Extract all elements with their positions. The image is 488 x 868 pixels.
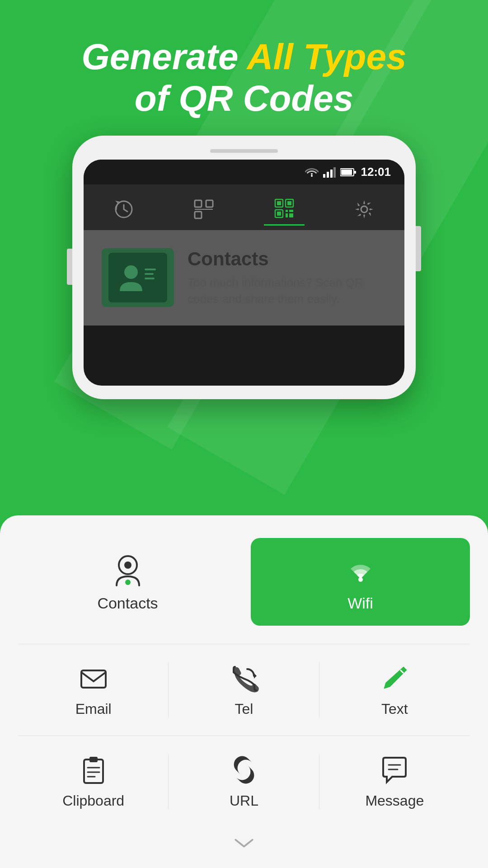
wifi-status-icon	[305, 167, 319, 178]
svg-rect-26	[145, 269, 156, 270]
clipboard-label: Clipboard	[62, 793, 124, 809]
svg-marker-34	[254, 673, 257, 679]
phone-bar	[210, 149, 278, 153]
svg-rect-15	[277, 201, 281, 205]
top-row: Contacts Wifi	[18, 538, 470, 626]
svg-rect-12	[206, 200, 213, 207]
grid-row-1: Email Tel Text	[18, 644, 470, 736]
contacts-card-icon	[115, 259, 160, 296]
history-icon	[113, 198, 135, 221]
svg-rect-28	[145, 278, 155, 279]
status-time: 12:01	[361, 165, 391, 179]
contacts-title: Contacts	[188, 248, 386, 270]
svg-rect-33	[81, 670, 106, 688]
svg-rect-10	[195, 200, 202, 207]
email-button[interactable]: Email	[18, 644, 169, 736]
nav-tab-generate[interactable]	[264, 193, 305, 226]
nav-tab-scan[interactable]	[183, 193, 224, 225]
text-button[interactable]: Text	[319, 644, 470, 736]
tel-icon	[228, 662, 260, 694]
svg-rect-23	[289, 213, 293, 217]
headline-prefix: Generate	[82, 37, 247, 77]
message-icon	[379, 754, 410, 786]
chevron-down-icon	[230, 836, 258, 850]
svg-point-30	[124, 561, 131, 569]
url-label: URL	[230, 793, 258, 809]
status-bar: 12:01	[84, 160, 404, 184]
scan-icon	[192, 198, 215, 221]
svg-point-0	[311, 175, 313, 177]
svg-rect-7	[354, 171, 356, 174]
header-text: Generate All Types of QR Codes	[0, 36, 488, 119]
text-label: Text	[381, 701, 408, 717]
signal-icon	[323, 167, 336, 178]
nav-tabs	[84, 184, 404, 230]
svg-rect-21	[286, 213, 288, 217]
svg-rect-35	[84, 760, 103, 783]
qr-icon	[273, 197, 296, 220]
phone-screen: 12:01	[84, 160, 404, 386]
text-icon	[379, 662, 410, 694]
tel-label: Tel	[235, 701, 253, 717]
headline: Generate All Types of QR Codes	[0, 36, 488, 119]
tel-button[interactable]: Tel	[169, 644, 319, 736]
grid-row-2: Clipboard URL Message	[18, 736, 470, 827]
svg-rect-3	[330, 170, 333, 178]
svg-rect-11	[195, 212, 202, 218]
svg-point-25	[124, 265, 138, 279]
url-button[interactable]: URL	[169, 736, 319, 827]
svg-point-31	[125, 580, 131, 585]
screen-content: Contacts Too much informations? Scan QR …	[84, 230, 404, 326]
settings-icon	[353, 198, 375, 221]
nav-tab-history[interactable]	[103, 193, 144, 225]
svg-rect-20	[286, 210, 288, 212]
email-icon	[78, 662, 109, 694]
svg-rect-22	[289, 210, 293, 212]
contacts-icon	[110, 552, 146, 588]
phone-mockup: 12:01	[72, 136, 416, 399]
svg-rect-17	[287, 201, 291, 205]
url-icon	[228, 754, 260, 786]
clipboard-icon	[78, 754, 109, 786]
status-icons: 12:01	[305, 165, 391, 179]
nav-tab-settings[interactable]	[344, 193, 385, 225]
wifi-icon	[343, 552, 379, 588]
svg-rect-4	[333, 167, 336, 178]
contacts-label: Contacts	[97, 594, 158, 612]
contacts-button[interactable]: Contacts	[18, 538, 237, 626]
headline-highlight: All Types	[247, 37, 407, 77]
power-button	[416, 226, 421, 271]
bottom-panel: Contacts Wifi Email	[0, 515, 488, 868]
svg-rect-27	[145, 273, 154, 275]
svg-rect-6	[341, 170, 352, 175]
contacts-icon-bg	[102, 248, 174, 307]
wifi-button[interactable]: Wifi	[251, 538, 470, 626]
svg-point-24	[361, 206, 367, 212]
chevron-down[interactable]	[18, 836, 470, 850]
svg-rect-36	[89, 757, 98, 762]
middle-rows: Email Tel Text	[18, 644, 470, 827]
wifi-label: Wifi	[347, 594, 373, 612]
svg-point-32	[358, 577, 363, 582]
contacts-icon-inner	[108, 253, 167, 302]
svg-rect-1	[323, 174, 325, 178]
phone-outer: 12:01	[72, 136, 416, 399]
email-label: Email	[75, 701, 112, 717]
battery-icon	[340, 167, 357, 178]
volume-button	[67, 249, 72, 285]
message-button[interactable]: Message	[319, 736, 470, 827]
contacts-description: Too much informations? Scan QR codes and…	[188, 274, 386, 307]
contacts-text: Contacts Too much informations? Scan QR …	[188, 248, 386, 307]
svg-rect-2	[327, 172, 329, 178]
message-label: Message	[365, 793, 424, 809]
clipboard-button[interactable]: Clipboard	[18, 736, 169, 827]
svg-rect-19	[277, 212, 281, 216]
phone-top	[84, 149, 404, 153]
contacts-card: Contacts Too much informations? Scan QR …	[102, 248, 386, 307]
headline-line2: of QR Codes	[135, 78, 353, 118]
